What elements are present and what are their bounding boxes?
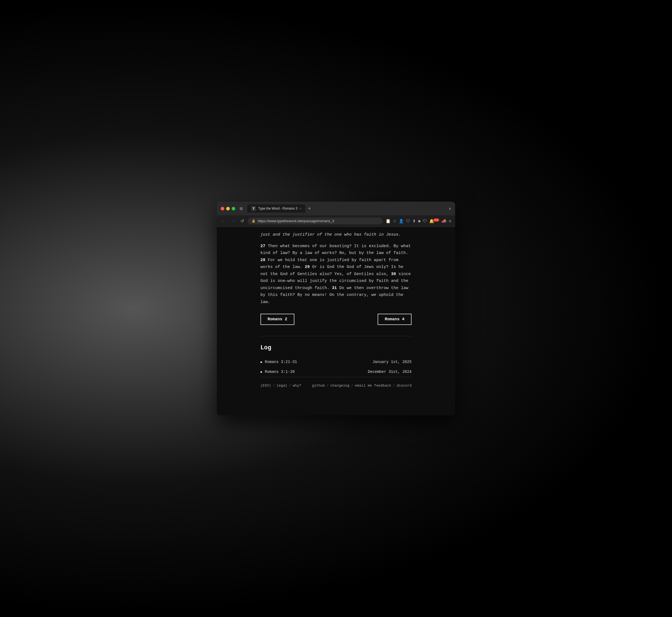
account-icon[interactable]: 👤 bbox=[399, 219, 404, 224]
tab-bar: T Type the Word - Romans 3 × + ∨ bbox=[247, 204, 451, 213]
verse-text-27: Then what becomes of our boasting? It is… bbox=[260, 244, 411, 256]
footer-separator: / bbox=[289, 383, 291, 389]
traffic-lights bbox=[221, 207, 235, 210]
verse-number-28: 28 bbox=[260, 258, 265, 262]
footer-link-legal[interactable]: legal bbox=[277, 383, 287, 389]
tab-favicon: T bbox=[251, 206, 256, 211]
bullet-icon-2 bbox=[260, 371, 262, 373]
footer-link-github[interactable]: github bbox=[312, 383, 325, 389]
desktop: ⊞ T Type the Word - Romans 3 × + ∨ ← → ↺… bbox=[0, 0, 672, 617]
shield-icon[interactable]: 🛡 bbox=[406, 219, 410, 223]
address-bar: ← → ↺ 🔒 https://www.typetheword.site/pas… bbox=[217, 215, 455, 227]
log-item-left-2: Romans 3:1-20 bbox=[260, 369, 295, 375]
footer-separator: / bbox=[326, 383, 329, 389]
prev-chapter-button[interactable]: Romans 2 bbox=[260, 314, 294, 325]
reader-view-icon[interactable]: 📋 bbox=[386, 219, 391, 224]
bullet-icon-1 bbox=[260, 361, 262, 363]
browser-toolbar-icons: 📋 ☆ 👤 🛡 ⬆ ■ 🛡 🔔2.5 📣 ≡ bbox=[386, 219, 451, 224]
url-display: https://www.typetheword.site/passage/rom… bbox=[258, 219, 334, 223]
partial-verse-text: just and the justifier of the one who ha… bbox=[260, 231, 412, 238]
back-button[interactable]: ← bbox=[221, 218, 227, 224]
log-item-left-1: Romans 3:21-31 bbox=[260, 359, 297, 366]
new-tab-button[interactable]: + bbox=[306, 205, 313, 212]
footer-separator: / bbox=[273, 383, 275, 389]
security-icon: 🔒 bbox=[252, 219, 256, 223]
footer-separator: / bbox=[393, 383, 395, 389]
notifications-icon[interactable]: 🔔2.5 bbox=[429, 219, 439, 224]
chapter-navigation: Romans 2 Romans 4 bbox=[260, 314, 412, 325]
list-item: Romans 3:1-20 December 31st, 2024 bbox=[260, 367, 412, 377]
log-date-2: December 31st, 2024 bbox=[368, 369, 412, 375]
verse-number-27: 27 bbox=[260, 244, 265, 248]
verse-number-31: 31 bbox=[332, 286, 337, 290]
next-chapter-button[interactable]: Romans 4 bbox=[378, 314, 412, 325]
footer-separator: / bbox=[351, 383, 353, 389]
verse-block-27-31: 27 Then what becomes of our boasting? It… bbox=[260, 243, 412, 306]
log-section: Log Romans 3:21-31 January 1st, 2025 bbox=[260, 336, 412, 377]
forward-button[interactable]: → bbox=[230, 218, 237, 224]
title-bar: ⊞ T Type the Word - Romans 3 × + ∨ bbox=[217, 202, 455, 215]
log-date-1: January 1st, 2025 bbox=[372, 359, 412, 366]
bookmark-icon[interactable]: ☆ bbox=[393, 219, 396, 224]
minimize-button[interactable] bbox=[226, 207, 230, 210]
list-item: Romans 3:21-31 January 1st, 2025 bbox=[260, 357, 412, 367]
main-content-area: just and the justifier of the one who ha… bbox=[254, 227, 418, 415]
sidebar-toggle-button[interactable]: ⊞ bbox=[239, 206, 244, 211]
page-content: just and the justifier of the one who ha… bbox=[217, 227, 455, 415]
log-passage-1: Romans 3:21-31 bbox=[265, 359, 297, 366]
footer-link-discord[interactable]: discord bbox=[396, 383, 412, 389]
browser-window: ⊞ T Type the Word - Romans 3 × + ∨ ← → ↺… bbox=[217, 202, 455, 415]
tab-close-button[interactable]: × bbox=[300, 207, 301, 210]
verse-number-30: 30 bbox=[391, 272, 396, 276]
megaphone-icon[interactable]: 📣 bbox=[441, 219, 447, 224]
close-button[interactable] bbox=[221, 207, 224, 210]
active-tab[interactable]: T Type the Word - Romans 3 × bbox=[247, 204, 305, 213]
maximize-button[interactable] bbox=[232, 207, 235, 210]
extensions-icon[interactable]: ■ bbox=[418, 219, 421, 223]
tab-title-label: Type the Word - Romans 3 bbox=[258, 207, 297, 210]
footer-link-feedback[interactable]: email me feedback bbox=[355, 383, 391, 389]
verse-number-29: 29 bbox=[305, 265, 310, 269]
footer-link-esv[interactable]: (ESV) bbox=[260, 383, 271, 389]
page-footer: (ESV) / legal / why? github / changelog … bbox=[260, 377, 412, 393]
log-list: Romans 3:21-31 January 1st, 2025 Romans … bbox=[260, 357, 412, 377]
log-title: Log bbox=[260, 343, 412, 353]
protection-icon[interactable]: 🛡 bbox=[423, 219, 427, 223]
log-passage-2: Romans 3:1-20 bbox=[265, 369, 295, 375]
footer-link-changelog[interactable]: changelog bbox=[330, 383, 349, 389]
refresh-button[interactable]: ↺ bbox=[239, 218, 245, 224]
menu-icon[interactable]: ≡ bbox=[449, 219, 451, 223]
footer-link-why[interactable]: why? bbox=[293, 383, 301, 389]
upload-icon[interactable]: ⬆ bbox=[412, 219, 416, 224]
address-bar-input[interactable]: 🔒 https://www.typetheword.site/passage/r… bbox=[248, 218, 383, 224]
tab-overflow-button[interactable]: ∨ bbox=[448, 206, 451, 211]
